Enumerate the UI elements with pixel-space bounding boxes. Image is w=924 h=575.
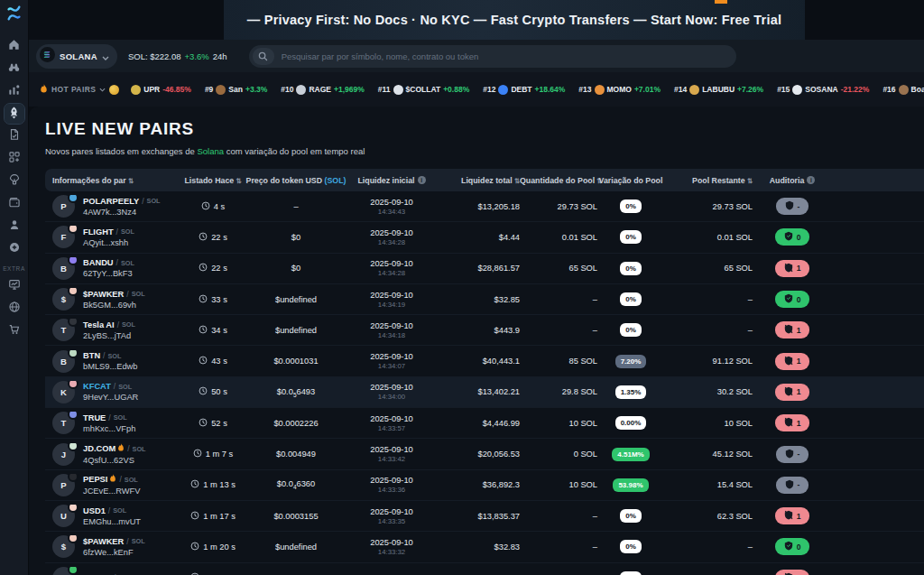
info-icon[interactable]: i <box>418 176 426 184</box>
pair-row[interactable]: PPEPSI/SOLJCEvE...RWFV1 m 13 s$0.0463602… <box>45 470 924 501</box>
pair-row[interactable]: $$PAWKER/SOLBk5GM...69vh33 s$undefined20… <box>45 284 924 315</box>
info-icon[interactable]: i <box>807 176 815 184</box>
pair-row[interactable]: 0010101/SOL1 m 24 s2025-09-100%1☆ <box>45 563 924 575</box>
audit-value: - <box>798 480 800 489</box>
pair-row[interactable]: TTRUE/SOLmhKxc...VFph52 s$0.00022262025-… <box>45 408 924 439</box>
ticker-item[interactable]: #16BoatKid+30.18% <box>882 85 924 95</box>
token-name: JD.COM <box>83 444 116 453</box>
pair-avatar: P <box>52 474 75 496</box>
audit-badge[interactable]: 1 <box>775 384 810 401</box>
sidebar-item-portfolio[interactable] <box>5 149 24 169</box>
pair-row[interactable]: $$PAWKER/SOL6fzWe...kEnF1 m 20 s$undefin… <box>45 532 924 562</box>
sort-icon[interactable]: ⇅ <box>236 177 241 185</box>
audit-badge[interactable]: 1 <box>775 507 810 524</box>
listing-date-cell: 2025-09-1014:33:35 <box>346 507 437 525</box>
listing-time: 14:34:18 <box>346 331 437 339</box>
ticker-item[interactable]: #13MOMO+7.01% <box>578 85 661 95</box>
pool-remaining: – <box>664 543 753 552</box>
ticker-item[interactable]: UPR-46.85% <box>131 85 191 95</box>
ticker-item[interactable]: #14LABUBU+7.26% <box>674 85 763 95</box>
token-icon <box>131 85 141 95</box>
pair-row[interactable]: BBANDU/SOL62TyY...BkF322 s$02025-09-1014… <box>45 254 924 284</box>
global-search[interactable] <box>249 45 736 68</box>
banner-corner-decor <box>715 0 727 4</box>
pool-variation-badge: 0% <box>620 199 642 213</box>
column-header[interactable]: Liquidez total⇅ <box>437 176 520 185</box>
sidebar-item-contracts[interactable] <box>5 126 24 146</box>
audit-cell: - <box>753 198 832 215</box>
ticker-item-rank: #12 <box>483 85 495 94</box>
audit-badge[interactable]: - <box>776 477 809 494</box>
sidebar-item-add[interactable] <box>5 239 24 259</box>
ticker-items: UPR-46.85%#9San+3.3%#10RAGE+1,969%#11$CO… <box>131 84 924 95</box>
actions-cell: ☆ <box>832 323 924 337</box>
pair-row[interactable]: UUSD1/SOLEMGhu...mvUT1 m 17 s$0.00031552… <box>45 501 924 532</box>
shield-icon <box>784 541 793 552</box>
rocket-icon <box>7 106 21 123</box>
audit-badge[interactable]: 0 <box>775 538 810 555</box>
pair-token-badge <box>68 567 79 575</box>
pair-address: 62TyY...BkF3 <box>83 269 134 278</box>
sidebar-item-wallet[interactable] <box>5 194 24 214</box>
pair-token-badge <box>68 535 79 543</box>
pool-variation-badge: 7.20% <box>615 355 647 368</box>
column-header[interactable]: Listado Hace⇅ <box>180 176 245 185</box>
app-logo-icon[interactable] <box>5 5 23 25</box>
sidebar-item-shop[interactable] <box>5 321 24 341</box>
column-header[interactable]: Pool Restante⇅ <box>664 176 753 185</box>
pair-row[interactable]: PPOLARPEELY/SOL4AW7k...3Nz44 s–2025-09-1… <box>45 191 924 222</box>
ticker-item[interactable]: #12DEBT+18.64% <box>483 85 565 95</box>
pair-row[interactable]: KKFCAT/SOL9HevY...UGAR50 s$0.0564932025-… <box>45 377 924 408</box>
column-header[interactable]: Informações do par⇅ <box>52 176 180 185</box>
quote-token: SOL <box>132 290 145 298</box>
monitor-chart-icon <box>8 278 21 294</box>
sidebar-item-analytics[interactable] <box>5 81 24 101</box>
ticker-item[interactable]: #10RAGE+1,969% <box>281 85 365 95</box>
liquidity-total: $36,892.3 <box>437 480 520 489</box>
audit-badge[interactable]: 1 <box>775 570 810 575</box>
sidebar-item-airdrop[interactable] <box>5 172 24 191</box>
listing-time: 14:34:28 <box>346 238 437 246</box>
flame-icon <box>40 84 48 96</box>
global-search-input[interactable] <box>280 51 736 62</box>
sort-icon[interactable]: ⇅ <box>128 177 134 185</box>
promo-banner[interactable]: — Privacy First: No Docs · No KYC — Fast… <box>224 0 805 40</box>
sidebar-item-watchlist[interactable] <box>5 59 24 79</box>
liquidity-total: $13,205.18 <box>437 202 520 211</box>
actions-cell: ☆ <box>832 262 924 275</box>
audit-badge[interactable]: - <box>776 446 809 463</box>
sidebar-item-terminal[interactable] <box>5 276 24 296</box>
token-price: $0.0 <box>277 479 293 488</box>
sidebar-item-profile[interactable] <box>5 217 24 236</box>
ticker-item-name: RAGE <box>309 85 331 94</box>
audit-badge[interactable]: 1 <box>775 353 810 370</box>
hot-pairs-label[interactable]: HOT PAIRS <box>40 84 119 96</box>
table-body: PPOLARPEELY/SOL4AW7k...3Nz44 s–2025-09-1… <box>45 191 924 575</box>
audit-cell: 0 <box>753 291 832 308</box>
sidebar-item-home[interactable] <box>5 36 24 56</box>
pair-row[interactable]: FFLIGHT/SOLAQyit...xshh22 s$02025-09-101… <box>45 222 924 253</box>
header-bar: SOLANA SOL: $222.08 +3.6% 24h ★ <box>29 40 924 72</box>
token-price-cell: $undefined <box>245 295 346 304</box>
ticker-item[interactable]: #11$COLLAT+0.88% <box>378 85 469 95</box>
shield-icon <box>784 356 793 366</box>
ticker-item-name: $COLLAT <box>406 85 441 94</box>
cart-icon <box>8 323 21 339</box>
network-selector[interactable]: SOLANA <box>36 44 117 69</box>
audit-badge[interactable]: 1 <box>775 414 810 431</box>
live-new-pairs-panel: LIVE NEW PAIRS Novos pares listados em e… <box>29 107 924 575</box>
pair-row[interactable]: JJD.COM/SOL4QsfU...62VS1 m 7 s$0.0049492… <box>45 439 924 469</box>
ticker-item[interactable]: #15SOSANA-21.22% <box>777 85 869 95</box>
column-header[interactable]: Quantidade do Pool⇅ <box>520 176 597 185</box>
audit-badge[interactable]: 0 <box>775 228 810 246</box>
ticker-item[interactable]: #9San+3.3% <box>205 85 267 95</box>
audit-badge[interactable]: 1 <box>775 321 810 339</box>
sidebar-item-new-pairs[interactable] <box>5 104 24 124</box>
sidebar-item-web[interactable] <box>5 299 24 319</box>
clock-icon <box>190 511 199 520</box>
pair-row[interactable]: BBTN/SOLbMLS9...Edwb43 s$0.00010312025-0… <box>45 346 924 376</box>
audit-badge[interactable]: - <box>776 198 809 215</box>
pair-row[interactable]: TTesla AI/SOL2LyBS...jTAd34 s$undefined2… <box>45 315 924 346</box>
audit-badge[interactable]: 0 <box>775 291 810 308</box>
audit-badge[interactable]: 1 <box>775 260 810 277</box>
